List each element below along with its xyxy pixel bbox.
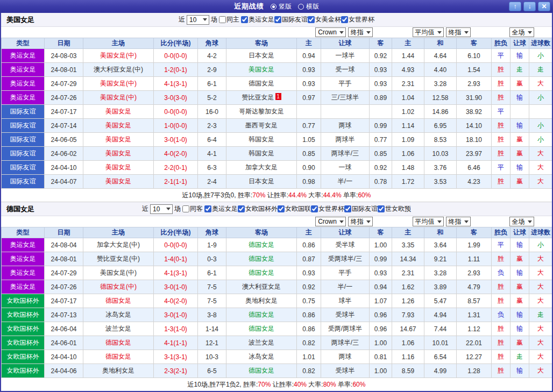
scope-select[interactable]: 全场 xyxy=(509,27,534,37)
league-checkbox-input[interactable] xyxy=(278,205,285,212)
league-checkbox-input[interactable] xyxy=(311,205,318,212)
scroll-up-button[interactable]: ↑ xyxy=(509,2,521,11)
cell-league-type: 女欧国杯外 xyxy=(2,350,45,364)
column-header: 客 xyxy=(370,227,392,238)
close-button[interactable]: ✕ xyxy=(538,2,550,11)
cell-corners: 1-14 xyxy=(198,322,226,336)
cell-home-team: 美国女足 xyxy=(83,119,154,133)
cell-score: 3-0(1-0) xyxy=(154,308,198,322)
league-checkbox[interactable]: 女世界杯 xyxy=(311,204,344,213)
matches-table: 类型日期主场比分(半场)角球客场主让球客主和客胜负让球进球数 奥运女足24-08… xyxy=(1,227,552,378)
column-header: 角球 xyxy=(198,227,226,238)
bookmaker-select[interactable]: Crown xyxy=(315,27,346,37)
match-count-select[interactable]: 10 xyxy=(187,15,209,25)
cell-handicap-line xyxy=(321,105,370,119)
league-checkbox-input[interactable] xyxy=(238,205,245,212)
league-checkbox-input[interactable] xyxy=(241,16,248,23)
cell-handicap-result: 输 xyxy=(511,364,529,378)
column-header: 主 xyxy=(297,38,321,49)
same-venue-checkbox[interactable]: 同客 xyxy=(182,204,203,213)
cell-handicap-line: 受两球半/三 xyxy=(321,252,370,266)
average-select[interactable]: 平均值 xyxy=(413,217,444,226)
league-checkbox[interactable]: 国际友谊 xyxy=(274,15,308,24)
cell-handicap-line: 受半球 xyxy=(321,238,370,252)
layout-radio-vertical[interactable]: 竖版 xyxy=(271,2,292,11)
cell-goals-result: 走 xyxy=(529,308,552,322)
league-checkbox-input[interactable] xyxy=(378,205,385,212)
league-checkbox-input[interactable] xyxy=(344,205,351,212)
same-venue-checkbox-input[interactable] xyxy=(182,205,189,212)
cell-avg-home-odds: 2.31 xyxy=(392,266,424,280)
cell-handicap-result xyxy=(511,105,529,119)
select-value: 终指 xyxy=(351,217,364,226)
league-checkbox[interactable]: 奥运女足 xyxy=(241,15,274,24)
cell-league-type: 奥运女足 xyxy=(2,49,45,63)
league-checkbox[interactable]: 奥运女足 xyxy=(204,204,238,213)
average-index-select[interactable]: 终指 xyxy=(446,217,471,226)
cell-corners: 2-9 xyxy=(198,63,226,77)
cell-score: 3-0(1-0) xyxy=(154,280,198,294)
cell-handicap-result: 走 xyxy=(511,63,529,77)
cell-away-team: 德国女足 xyxy=(226,252,297,266)
cell-handicap-home-odds: 1.01 xyxy=(297,350,321,364)
average-index-select[interactable]: 终指 xyxy=(446,27,471,37)
league-checkbox[interactable]: 世女欧预 xyxy=(378,204,411,213)
scope-select[interactable]: 全场 xyxy=(509,217,534,226)
average-select[interactable]: 平均值 xyxy=(413,27,444,37)
league-label: 奥运女足 xyxy=(249,15,274,24)
cell-avg-draw-odds: 4.94 xyxy=(424,308,457,322)
cell-handicap-line: 两球 xyxy=(321,350,370,364)
cell-avg-away-odds: 31.90 xyxy=(457,91,492,105)
cell-handicap-line: 半/一 xyxy=(321,175,370,189)
cell-handicap-line: 受两/两球半 xyxy=(321,322,370,336)
cell-handicap-home-odds: 0.75 xyxy=(297,294,321,308)
bookmaker-select[interactable]: Crown xyxy=(315,217,346,226)
cell-date: 24-07-26 xyxy=(45,91,83,105)
column-header: 让球 xyxy=(511,227,529,238)
league-checkbox-input[interactable] xyxy=(308,16,315,23)
league-checkbox[interactable]: 女欧国杯外 xyxy=(238,204,278,213)
summary-segment: 70% xyxy=(258,381,271,388)
layout-radio-horizontal[interactable]: 横版 xyxy=(298,2,319,11)
cell-corners: 16-0 xyxy=(198,105,226,119)
summary-segment: 60% xyxy=(352,381,365,388)
cell-league-type: 国际友谊 xyxy=(2,133,45,147)
scroll-down-button[interactable]: ↓ xyxy=(523,2,536,11)
cell-result: 平 xyxy=(492,238,511,252)
cell-date: 24-08-04 xyxy=(45,238,83,252)
cell-score: 1-3(1-0) xyxy=(154,322,198,336)
select-value: 平均值 xyxy=(415,217,435,226)
cell-result: 平 xyxy=(492,105,511,119)
cell-score: 0-0(0-0) xyxy=(154,238,198,252)
cell-result: 胜 xyxy=(492,294,511,308)
cell-handicap-result: 输 xyxy=(511,119,529,133)
cell-handicap-line: 两球半/三 xyxy=(321,147,370,161)
match-row: 女欧国杯外24-07-17德国女足4-0(2-0)7-5奥地利女足0.75球半1… xyxy=(2,294,552,308)
league-checkbox-input[interactable] xyxy=(274,16,281,23)
cell-avg-draw-odds: 12.58 xyxy=(424,91,457,105)
league-checkbox[interactable]: 国际友谊 xyxy=(344,204,378,213)
cell-home-team: 冰岛女足 xyxy=(83,308,154,322)
matches-table: 类型日期主场比分(半场)角球客场主让球客主和客胜负让球进球数 奥运女足24-08… xyxy=(1,38,552,189)
match-row: 国际友谊24-07-14美国女足1-0(0-0)2-3墨西哥女足0.77两球0.… xyxy=(2,119,552,133)
league-checkbox[interactable]: 女欧国联 xyxy=(278,204,311,213)
same-venue-checkbox[interactable]: 同主 xyxy=(219,15,239,24)
cell-score: 1-4(0-1) xyxy=(154,252,198,266)
league-checkbox[interactable]: 女世界杯 xyxy=(341,15,374,24)
cell-avg-draw-odds: 3.89 xyxy=(424,280,457,294)
league-checkbox-input[interactable] xyxy=(341,16,348,23)
match-count-select[interactable]: 10 xyxy=(150,204,173,214)
bookmaker-index-select[interactable]: 终指 xyxy=(348,27,373,37)
same-venue-checkbox-input[interactable] xyxy=(219,16,226,23)
league-checkbox[interactable]: 女美金杯 xyxy=(308,15,341,24)
cell-away-team: 日本女足 xyxy=(226,49,297,63)
cell-handicap-home-odds: 0.87 xyxy=(297,252,321,266)
cell-avg-away-odds: 1.99 xyxy=(457,238,492,252)
bookmaker-index-select[interactable]: 终指 xyxy=(348,217,373,226)
cell-goals-result: 大 xyxy=(529,175,552,189)
cell-score: 2-2(0-1) xyxy=(154,161,198,175)
cell-away-team: 日本女足 xyxy=(226,175,297,189)
cell-avg-away-odds: 1.31 xyxy=(457,308,492,322)
column-header: 类型 xyxy=(2,227,45,238)
league-checkbox-input[interactable] xyxy=(204,205,211,212)
